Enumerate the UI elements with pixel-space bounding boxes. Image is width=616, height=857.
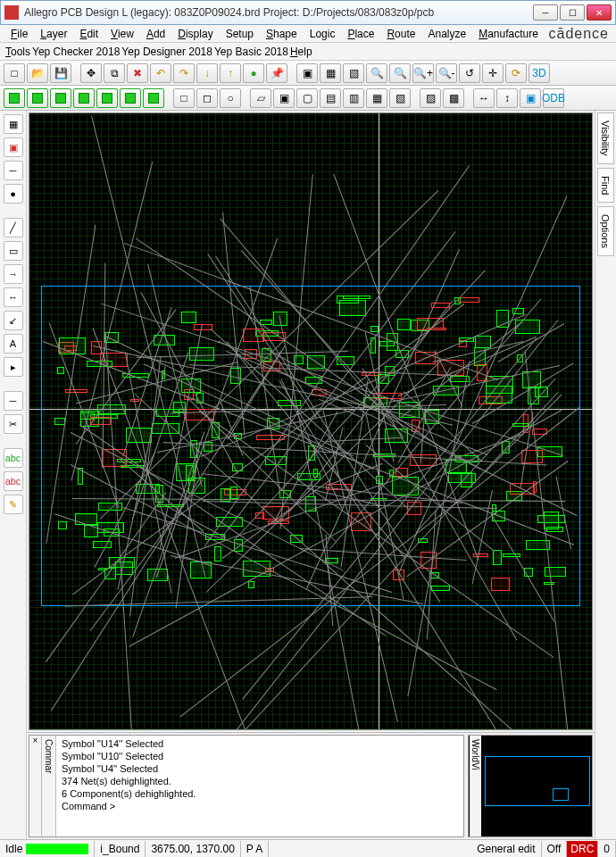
- sel-2-icon[interactable]: [27, 88, 48, 108]
- undo-icon[interactable]: ↶: [150, 63, 171, 83]
- menu-place[interactable]: Place: [342, 26, 379, 42]
- down-icon[interactable]: ↓: [196, 63, 218, 83]
- zoom-select-icon[interactable]: ▧: [343, 63, 364, 83]
- class-icon[interactable]: ▦: [366, 88, 387, 108]
- pcb-component[interactable]: [545, 567, 567, 578]
- maximize-button[interactable]: ☐: [560, 4, 585, 21]
- pcb-component[interactable]: [491, 578, 510, 591]
- open-icon[interactable]: 📂: [27, 63, 48, 83]
- copy-icon[interactable]: ⧉: [104, 63, 125, 83]
- pcb-component[interactable]: [115, 562, 134, 575]
- pcb-component[interactable]: [544, 512, 559, 530]
- dim-icon[interactable]: ↔: [4, 287, 23, 307]
- abc-del-icon[interactable]: abc: [4, 471, 23, 491]
- pcb-component[interactable]: [181, 312, 196, 323]
- status-ratsnest[interactable]: Off: [542, 841, 568, 857]
- pcb-component[interactable]: [58, 521, 66, 529]
- menu-manufacture[interactable]: Manufacture: [473, 26, 544, 42]
- shape-rect-icon[interactable]: □: [173, 88, 195, 108]
- cut-line-icon[interactable]: ─: [4, 391, 23, 411]
- zoom-icon[interactable]: 🔍: [366, 63, 387, 83]
- new-icon[interactable]: □: [4, 63, 25, 83]
- command-close-icon[interactable]: ×: [29, 736, 42, 836]
- shape-circ-icon[interactable]: ○: [220, 88, 241, 108]
- sel-6-icon[interactable]: [120, 88, 141, 108]
- up-icon[interactable]: ↑: [220, 63, 241, 83]
- apply-icon[interactable]: ●: [243, 63, 264, 83]
- delete-icon[interactable]: ✖: [127, 63, 148, 83]
- ungroup-icon[interactable]: ▢: [296, 88, 318, 108]
- move-icon[interactable]: ✥: [80, 63, 102, 83]
- place-ref-icon[interactable]: ▣: [4, 137, 23, 157]
- pcb-component[interactable]: [397, 319, 411, 329]
- menu-setup[interactable]: Setup: [221, 26, 259, 42]
- region-icon[interactable]: ▩: [443, 88, 464, 108]
- pcb-component[interactable]: [475, 336, 491, 348]
- save-icon[interactable]: 💾: [50, 63, 71, 83]
- pin-icon[interactable]: 📌: [266, 63, 287, 83]
- sel-1-icon[interactable]: [4, 88, 25, 108]
- constraint-icon[interactable]: ▨: [420, 88, 441, 108]
- menu-yep-checker-2018[interactable]: Yep Checker 2018: [32, 46, 120, 58]
- pan-icon[interactable]: ✛: [482, 63, 504, 83]
- menu-view[interactable]: View: [105, 26, 139, 42]
- pcb-component[interactable]: [503, 553, 520, 557]
- command-lines[interactable]: Symbol ''U14'' SelectedSymbol ''U10'' Se…: [56, 736, 463, 836]
- pcb-component[interactable]: [214, 546, 221, 562]
- pcb-component[interactable]: [339, 300, 365, 316]
- menu-yep-basic-2018[interactable]: Yep Basic 2018: [214, 46, 288, 58]
- pcb-component[interactable]: [57, 367, 64, 374]
- pcb-component[interactable]: [343, 295, 370, 300]
- pcb-component[interactable]: [370, 326, 379, 332]
- worldview-tab[interactable]: WorldVi: [470, 736, 481, 836]
- leader-icon[interactable]: ↙: [4, 311, 23, 330]
- zoom-out-path-icon[interactable]: 🔍: [389, 63, 411, 83]
- menu-analyze[interactable]: Analyze: [422, 26, 471, 42]
- menu-shape[interactable]: Shape: [261, 26, 303, 42]
- pcb-component[interactable]: [544, 582, 554, 586]
- minimize-button[interactable]: ─: [533, 4, 558, 21]
- 3d-icon[interactable]: 3D: [529, 63, 550, 83]
- pcb-component[interactable]: [431, 586, 450, 592]
- pcb-component[interactable]: [54, 418, 65, 424]
- unassign-icon[interactable]: ▥: [343, 88, 364, 108]
- sel-5-icon[interactable]: [96, 88, 118, 108]
- status-layer[interactable]: i_Bound: [95, 841, 146, 857]
- menu-edit[interactable]: Edit: [74, 26, 104, 42]
- tab-find[interactable]: Find: [597, 168, 614, 203]
- trim-icon[interactable]: ✂: [4, 414, 23, 434]
- probe-icon[interactable]: ▸: [4, 357, 23, 377]
- menu-route[interactable]: Route: [381, 26, 420, 42]
- abc-add-icon[interactable]: abc: [4, 448, 23, 468]
- pcb-canvas[interactable]: [29, 112, 593, 730]
- close-button[interactable]: ✕: [587, 4, 612, 21]
- worldview-panel[interactable]: × WorldVi: [468, 735, 593, 837]
- pencil-icon[interactable]: ✎: [4, 495, 23, 514]
- redo-icon[interactable]: ↷: [173, 63, 195, 83]
- odb-icon[interactable]: ODB: [543, 88, 564, 108]
- cursor-icon[interactable]: ▱: [250, 88, 271, 108]
- tab-options[interactable]: Options: [597, 206, 614, 256]
- zoom-in-icon[interactable]: 🔍+: [412, 63, 434, 83]
- pcb-component[interactable]: [189, 347, 214, 361]
- tab-visibility[interactable]: Visibility: [597, 112, 614, 164]
- export-icon[interactable]: ▣: [520, 88, 541, 108]
- menu-display[interactable]: Display: [172, 26, 218, 42]
- menu-logic[interactable]: Logic: [304, 26, 341, 42]
- zoom-fit-icon[interactable]: ▦: [320, 63, 341, 83]
- assign-icon[interactable]: ▤: [320, 88, 341, 108]
- command-tab[interactable]: Commar: [42, 736, 56, 836]
- menu-file[interactable]: File: [5, 26, 33, 42]
- status-flags[interactable]: P A: [241, 841, 269, 857]
- zoom-prev-icon[interactable]: ↺: [459, 63, 480, 83]
- menu-layer[interactable]: Layer: [35, 26, 72, 42]
- menu-help[interactable]: Help: [290, 46, 312, 58]
- status-edit-mode[interactable]: General edit: [471, 841, 541, 857]
- menu-yep-designer-2018[interactable]: Yep Designer 2018: [121, 46, 212, 58]
- place-comp-icon[interactable]: ▦: [4, 114, 23, 134]
- sel-4-icon[interactable]: [73, 88, 95, 108]
- pcb-component[interactable]: [93, 541, 112, 548]
- pcb-component[interactable]: [493, 550, 502, 564]
- status-drc[interactable]: DRC: [567, 841, 598, 857]
- pcb-component[interactable]: [230, 487, 237, 499]
